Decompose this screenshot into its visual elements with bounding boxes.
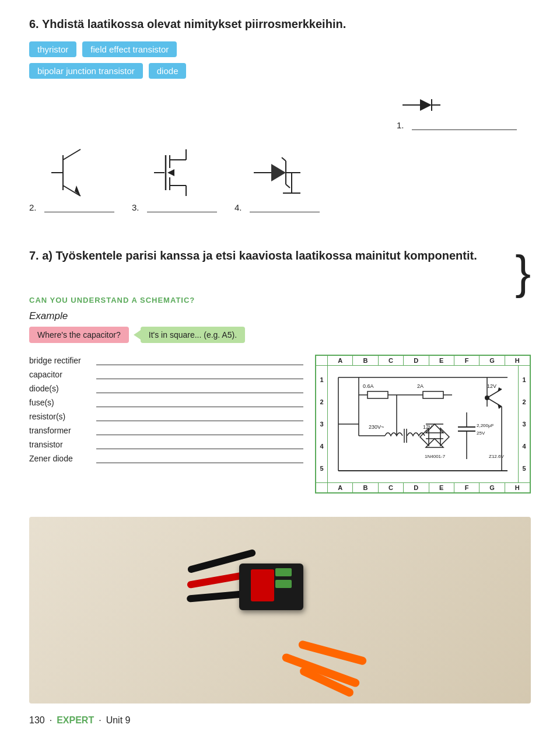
comp-line-zener[interactable]: [96, 453, 303, 463]
col-c-bot: C: [379, 483, 404, 492]
example-question: Where's the capacitor?: [29, 327, 129, 343]
section7-subtitle: CAN YOU UNDERSTAND A SCHEMATIC?: [29, 296, 531, 304]
comp-capacitor: capacitor: [29, 369, 303, 379]
col-h-bot: H: [505, 483, 530, 492]
fet-symbol: [145, 144, 204, 202]
transistor-symbols-row: 2.: [29, 144, 531, 217]
chips-container: thyristor field effect transistor: [29, 41, 531, 57]
chip-field-effect[interactable]: field effect transistor: [82, 41, 177, 57]
col-f: F: [454, 356, 480, 365]
comp-transformer: transformer: [29, 425, 303, 435]
row-2: 2: [320, 398, 323, 405]
comp-bridge-rectifier: bridge rectifier: [29, 355, 303, 365]
svg-marker-19: [271, 164, 286, 181]
zener-label: Z12.6V: [489, 454, 504, 459]
section6: 6. Yhdistä laatikossa olevat nimitykset …: [29, 18, 531, 226]
brand-name: EXPERT: [57, 715, 94, 726]
col-h: H: [505, 356, 530, 365]
comp-line-cap[interactable]: [96, 369, 303, 379]
fuse-label: 0.6A: [363, 383, 374, 389]
comp-fuse: fuse(s): [29, 397, 303, 407]
dot-separator-2: ·: [99, 715, 101, 726]
comp-line-transistor[interactable]: [96, 439, 303, 449]
sch-footer: A B C D E F G H: [316, 482, 530, 492]
svg-marker-41: [498, 404, 502, 409]
answer-line-1: 1.: [397, 120, 517, 130]
svg-rect-33: [423, 391, 443, 398]
answer-input-1[interactable]: [412, 120, 517, 130]
row-5r: 5: [522, 465, 526, 472]
row-4r: 4: [522, 443, 526, 450]
comp-resistor: resistor(s): [29, 411, 303, 421]
v12-label: 12V: [487, 383, 496, 389]
sch-main-area: 5 4 3 2 1 0.6A: [316, 366, 530, 482]
col-b-bot: B: [353, 483, 378, 492]
comp-line-fuse[interactable]: [96, 397, 303, 407]
col-b: B: [353, 356, 378, 365]
col-g-bot: G: [480, 483, 505, 492]
page-number: 130: [29, 715, 45, 726]
schematic-grid: A B C D E F G H 5 4 3 2 1: [315, 355, 531, 494]
chip-diode[interactable]: diode: [149, 63, 187, 79]
answer-input-3[interactable]: [147, 202, 217, 212]
v230-label: 230V~: [369, 424, 384, 430]
col-e-bot: E: [429, 483, 454, 492]
components-schematic: bridge rectifier capacitor diode(s) fuse…: [29, 355, 531, 494]
row-2r: 2: [522, 398, 526, 405]
svg-line-6: [63, 149, 80, 160]
brace-icon: }: [515, 249, 531, 296]
cap-label: 2,200μF: [477, 423, 494, 428]
comp-line-diode[interactable]: [96, 383, 303, 393]
row-3r: 3: [522, 421, 526, 428]
diode-symbol-svg: [397, 90, 443, 120]
comp-zener: Zener diode: [29, 453, 303, 463]
answer-line-2: 2.: [29, 202, 114, 212]
example-row: Where's the capacitor? It's in square...…: [29, 327, 531, 343]
svg-line-22: [286, 184, 290, 188]
col-a-bot: A: [328, 483, 353, 492]
chip-thyristor[interactable]: thyristor: [29, 41, 76, 57]
components-list: bridge rectifier capacitor diode(s) fuse…: [29, 355, 303, 494]
row-nums-right: 5 4 3 2 1: [518, 366, 530, 482]
example-answer: It's in square... (e.g. A5).: [141, 327, 245, 343]
circuit-svg: 0.6A 2A 12V: [328, 366, 518, 482]
answer-line-4: 4.: [235, 202, 320, 212]
fuse2-label: 2A: [417, 383, 424, 389]
col-d: D: [404, 356, 429, 365]
sch-header: A B C D E F G H: [316, 356, 530, 366]
sch-circuit-content: 0.6A 2A 12V: [328, 366, 518, 482]
zener-symbol: [248, 144, 306, 202]
row-nums-left: 5 4 3 2 1: [316, 366, 328, 482]
unit-label: Unit 9: [106, 715, 131, 726]
diode-part: 1N4001-7: [425, 454, 446, 459]
row-1: 1: [320, 376, 323, 383]
comp-line-transformer[interactable]: [96, 425, 303, 435]
row-3: 3: [320, 421, 323, 428]
col-d-bot: D: [404, 483, 429, 492]
answer-line-3: 3.: [132, 202, 217, 212]
section7-title: 7. a) Työskentele parisi kanssa ja etsi …: [29, 249, 509, 262]
section7: 7. a) Työskentele parisi kanssa ja etsi …: [29, 249, 531, 494]
row-5: 5: [320, 465, 323, 472]
comp-line-resistor[interactable]: [96, 411, 303, 421]
row-4: 4: [320, 443, 323, 450]
section6-title: 6. Yhdistä laatikossa olevat nimitykset …: [29, 18, 531, 31]
chips-container-2: bipolar junction transistor diode: [29, 63, 531, 79]
col-e: E: [429, 356, 454, 365]
cap-v-label: 25V: [477, 430, 485, 436]
example-label: Example: [29, 310, 531, 322]
chip-bipolar[interactable]: bipolar junction transistor: [29, 63, 143, 79]
col-a: A: [328, 356, 353, 365]
svg-rect-29: [368, 391, 388, 398]
comp-line-bridge[interactable]: [96, 355, 303, 365]
dot-separator: ·: [50, 715, 52, 726]
svg-line-21: [282, 158, 286, 161]
page-footer: 130 · EXPERT · Unit 9: [29, 715, 531, 726]
bjt-npn-symbol: [43, 144, 101, 202]
col-f-bot: F: [454, 483, 480, 492]
answer-input-2[interactable]: [44, 202, 114, 212]
answer-input-4[interactable]: [250, 202, 320, 212]
comp-transistor: transistor: [29, 439, 303, 449]
col-g: G: [480, 356, 505, 365]
col-c: C: [379, 356, 404, 365]
